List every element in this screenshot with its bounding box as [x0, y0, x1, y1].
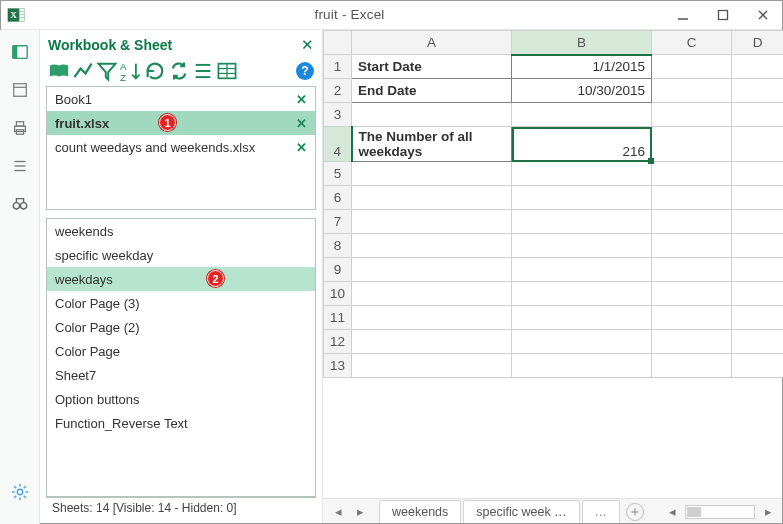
cell[interactable]	[652, 162, 732, 186]
list-icon[interactable]	[192, 60, 214, 82]
sheet-item[interactable]: Color Page (2)	[47, 315, 315, 339]
col-header-C[interactable]: C	[652, 31, 732, 55]
list-small-icon[interactable]	[6, 152, 34, 180]
sheet-item[interactable]: weekends	[47, 219, 315, 243]
cell[interactable]	[512, 103, 652, 127]
binoculars-icon[interactable]	[6, 190, 34, 218]
help-icon[interactable]: ?	[296, 62, 314, 80]
close-workbook-icon[interactable]: ✕	[296, 140, 307, 155]
maximize-button[interactable]	[703, 1, 743, 29]
hscroll-left[interactable]: ◂	[662, 502, 682, 522]
row-header[interactable]: 9	[324, 258, 352, 282]
close-workbook-icon[interactable]: ✕	[296, 92, 307, 107]
cell[interactable]	[652, 234, 732, 258]
cell[interactable]	[652, 354, 732, 378]
cell[interactable]	[732, 282, 784, 306]
row-header[interactable]: 7	[324, 210, 352, 234]
select-all-corner[interactable]	[324, 31, 352, 55]
cell[interactable]	[352, 282, 512, 306]
cell[interactable]	[732, 354, 784, 378]
cell[interactable]	[652, 79, 732, 103]
cell[interactable]	[732, 306, 784, 330]
cell[interactable]	[652, 55, 732, 79]
sheet-item[interactable]: Color Page	[47, 339, 315, 363]
cell[interactable]	[512, 210, 652, 234]
row-header[interactable]: 4	[324, 127, 352, 162]
col-header-A[interactable]: A	[352, 31, 512, 55]
cell[interactable]	[732, 258, 784, 282]
new-sheet-button[interactable]: ＋	[626, 503, 644, 521]
cell[interactable]	[652, 282, 732, 306]
cell[interactable]	[512, 258, 652, 282]
row-header[interactable]: 8	[324, 234, 352, 258]
close-workbook-icon[interactable]: ✕	[296, 116, 307, 131]
sheet-item[interactable]: Option buttons	[47, 387, 315, 411]
tab-nav-next[interactable]: ▸	[350, 502, 370, 522]
cell[interactable]	[352, 103, 512, 127]
cell[interactable]	[652, 186, 732, 210]
cell[interactable]	[732, 210, 784, 234]
cell[interactable]	[652, 210, 732, 234]
row-header[interactable]: 5	[324, 162, 352, 186]
col-header-B[interactable]: B	[512, 31, 652, 55]
cell[interactable]	[352, 210, 512, 234]
cell[interactable]	[352, 234, 512, 258]
cell[interactable]	[652, 258, 732, 282]
cell[interactable]	[732, 55, 784, 79]
spreadsheet-grid[interactable]: A B C D 1 Start Date 1/1/2015 2 En	[323, 30, 783, 378]
workbook-item[interactable]: count weedays and weekends.xlsx ✕	[47, 135, 315, 159]
cell[interactable]	[352, 186, 512, 210]
minimize-button[interactable]	[663, 1, 703, 29]
cell[interactable]	[512, 234, 652, 258]
cell[interactable]	[732, 234, 784, 258]
sort-az-icon[interactable]: AZ	[120, 60, 142, 82]
sheet-list[interactable]: weekends specific weekday weekdays 2 Col…	[46, 218, 316, 497]
cell[interactable]	[352, 162, 512, 186]
book-open-icon[interactable]	[48, 60, 70, 82]
cell[interactable]	[652, 330, 732, 354]
printer-icon[interactable]	[6, 114, 34, 142]
cell[interactable]	[732, 127, 784, 162]
refresh-icon[interactable]	[144, 60, 166, 82]
cell[interactable]	[352, 306, 512, 330]
cell[interactable]	[732, 103, 784, 127]
cell[interactable]	[512, 354, 652, 378]
cell[interactable]	[652, 103, 732, 127]
cell-A4[interactable]: The Number of all weekdays	[352, 127, 512, 162]
sheet-item[interactable]: specific weekday	[47, 243, 315, 267]
sheet-item[interactable]: Color Page (3)	[47, 291, 315, 315]
row-header[interactable]: 12	[324, 330, 352, 354]
row-header[interactable]: 1	[324, 55, 352, 79]
cell[interactable]	[352, 258, 512, 282]
row-header[interactable]: 3	[324, 103, 352, 127]
nav-panel-icon[interactable]	[6, 38, 34, 66]
workbook-item[interactable]: Book1 ✕	[47, 87, 315, 111]
filter-icon[interactable]	[96, 60, 118, 82]
cell[interactable]	[512, 162, 652, 186]
cell[interactable]	[652, 127, 732, 162]
col-header-D[interactable]: D	[732, 31, 784, 55]
sheet-tab[interactable]: weekends	[379, 500, 461, 524]
cell[interactable]	[732, 162, 784, 186]
row-header[interactable]: 6	[324, 186, 352, 210]
tab-nav-prev[interactable]: ◂	[328, 502, 348, 522]
row-header[interactable]: 11	[324, 306, 352, 330]
grid-wrap[interactable]: A B C D 1 Start Date 1/1/2015 2 En	[323, 30, 783, 498]
sheet-item[interactable]: Sheet7	[47, 363, 315, 387]
cell[interactable]	[732, 186, 784, 210]
cell[interactable]	[512, 330, 652, 354]
cell[interactable]	[512, 186, 652, 210]
cell-B4[interactable]: 216	[512, 127, 652, 162]
sheet-item[interactable]: weekdays 2	[47, 267, 315, 291]
gear-icon[interactable]	[6, 478, 34, 506]
hscroll-right[interactable]: ▸	[758, 502, 778, 522]
cell[interactable]	[512, 306, 652, 330]
cell[interactable]	[512, 282, 652, 306]
line-chart-icon[interactable]	[72, 60, 94, 82]
cell[interactable]	[732, 330, 784, 354]
cell-A2[interactable]: End Date	[352, 79, 512, 103]
close-window-button[interactable]	[743, 1, 783, 29]
cell[interactable]	[352, 330, 512, 354]
row-header[interactable]: 2	[324, 79, 352, 103]
sync-icon[interactable]	[168, 60, 190, 82]
